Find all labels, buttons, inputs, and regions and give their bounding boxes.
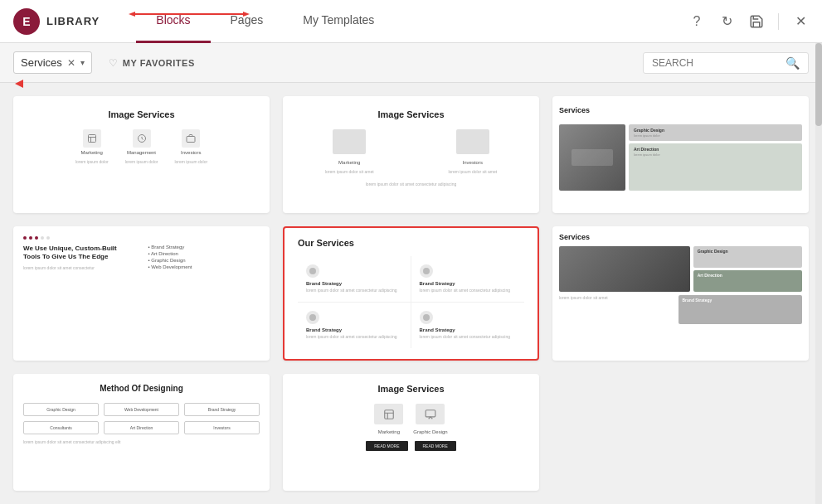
desc-text: lorem ipsum dolor sit amet <box>559 295 675 324</box>
service-icons-row: Marketing lorem ipsum dolor sit amet Inv… <box>296 129 526 175</box>
arrow-annotation <box>129 12 250 17</box>
photo-block-car <box>559 246 690 292</box>
service-grid-item: Brand Strategy lorem ipsum dolor sit ame… <box>298 303 411 348</box>
service-grid-item: Brand Strategy lorem ipsum dolor sit ame… <box>298 256 411 303</box>
help-icon[interactable]: ? <box>688 13 705 30</box>
method-grid: Graphic Design Web Development Brand Str… <box>23 403 260 434</box>
photo-layout: Graphic Design lorem ipsum dolor Art Dir… <box>559 124 802 191</box>
filter-arrow-annotation <box>15 80 25 88</box>
header-actions: ? ↻ ✕ <box>688 13 809 30</box>
divider <box>778 13 779 30</box>
scrollbar-thumb[interactable] <box>815 43 822 126</box>
filter-clear-btn[interactable]: ✕ <box>67 57 75 69</box>
filter-dropdown[interactable]: Services ✕ ▾ <box>13 51 92 74</box>
save-icon[interactable] <box>748 13 765 30</box>
service-grid-item: Brand Strategy lorem ipsum dolor sit ame… <box>411 256 525 303</box>
service-label: Management <box>127 150 156 155</box>
service-label: Marketing <box>338 160 360 165</box>
close-icon[interactable]: ✕ <box>792 13 809 30</box>
card-image-services-1[interactable]: Image Services Marketing lorem ipsum dol… <box>13 96 270 213</box>
svg-rect-3 <box>385 410 394 419</box>
service-item: Investors lorem ipsum dolor sit amet <box>448 129 497 175</box>
card-services-photo[interactable]: Services Graphic Design lorem ipsum dolo… <box>552 96 809 213</box>
photo-side: Graphic Design lorem ipsum dolor Art Dir… <box>629 124 802 191</box>
method-item: Investors <box>184 421 260 434</box>
service-item: Investors lorem ipsum dolor <box>174 129 207 165</box>
photo-block-graphic: Graphic Design <box>693 246 802 268</box>
service-item: Graphic Design <box>413 404 447 434</box>
service-icon <box>182 129 200 148</box>
service-desc: lorem ipsum dolor <box>125 159 158 165</box>
header: E LIBRARY Blocks Pages My Templates ? ↻ … <box>0 0 822 43</box>
search-input[interactable] <box>652 57 781 69</box>
method-item: Graphic Design <box>23 403 99 416</box>
service-item: Marketing <box>374 404 403 434</box>
service-desc: lorem ipsum dolor <box>174 159 207 165</box>
photo-main <box>559 124 625 191</box>
service-label: Marketing <box>378 429 400 434</box>
method-item: Brand Strategy <box>184 403 260 416</box>
cta-buttons-row: READ MORE READ MORE <box>293 441 529 451</box>
filter-value: Services <box>21 56 62 69</box>
card-title: Services <box>559 103 802 118</box>
card-title: Services <box>559 233 802 241</box>
card-image-services-bottom[interactable]: Image Services Marketing Graphic Design <box>283 374 539 491</box>
service-desc: lorem ipsum dolor sit amet <box>325 169 374 175</box>
card-title: Method Of Designing <box>23 384 260 393</box>
service-icon <box>374 404 403 424</box>
image-placeholder <box>456 129 489 154</box>
text-right: • Brand Strategy • Art Direction • Graph… <box>148 245 260 271</box>
service-item: Marketing lorem ipsum dolor <box>75 129 109 165</box>
method-item: Art Direction <box>104 421 179 434</box>
method-item: Web Development <box>104 403 179 416</box>
tab-blocks[interactable]: Blocks <box>136 0 210 43</box>
favorites-label: MY FAVORITES <box>123 58 195 68</box>
method-item: Consultants <box>23 421 99 434</box>
card-title: Image Services <box>293 384 529 394</box>
svg-rect-2 <box>187 137 195 143</box>
card-our-services[interactable]: Our Services Brand Strategy lorem ipsum … <box>283 226 539 361</box>
tab-my-templates[interactable]: My Templates <box>283 0 394 43</box>
service-items-row: Marketing Graphic Design <box>293 404 529 434</box>
service-desc: lorem ipsum dolor sit amet <box>448 169 497 175</box>
photo-top-row: Graphic Design Art Direction <box>559 246 802 292</box>
service-label: Investors <box>463 160 483 165</box>
svg-rect-0 <box>88 135 95 143</box>
library-title: LIBRARY <box>46 15 100 27</box>
service-icon <box>83 129 101 148</box>
logo: E LIBRARY <box>13 8 100 35</box>
service-item: Management lorem ipsum dolor <box>125 129 158 165</box>
tab-pages[interactable]: Pages <box>211 0 284 43</box>
card-method[interactable]: Method Of Designing Graphic Design Web D… <box>13 374 270 491</box>
image-placeholder <box>333 129 366 154</box>
photo-item: Art Direction lorem ipsum dolor <box>629 143 802 191</box>
service-icon <box>416 404 445 424</box>
heart-icon: ♡ <box>109 57 118 69</box>
service-icon <box>133 129 151 148</box>
card-services-photo-2[interactable]: Services Graphic Design Art Direction lo… <box>552 226 809 361</box>
photo-block-art: Art Direction <box>693 270 802 292</box>
card-title: Our Services <box>298 238 524 248</box>
dots-row <box>23 236 260 240</box>
service-icons-row: Marketing lorem ipsum dolor Management l… <box>27 129 256 165</box>
search-container: 🔍 <box>643 52 809 74</box>
read-more-btn-1[interactable]: READ MORE <box>366 441 407 451</box>
nav-tabs: Blocks Pages My Templates <box>136 0 394 42</box>
card-text-list[interactable]: We Use Unique, Custom-Built Tools To Giv… <box>13 226 270 361</box>
refresh-icon[interactable]: ↻ <box>718 13 735 30</box>
photo-bottom-row: lorem ipsum dolor sit amet Brand Strateg… <box>559 295 802 324</box>
service-grid-item: Brand Strategy lorem ipsum dolor sit ame… <box>411 303 525 348</box>
favorites-button[interactable]: ♡ MY FAVORITES <box>102 54 202 72</box>
read-more-btn-2[interactable]: READ MORE <box>415 441 456 451</box>
photo-item: Graphic Design lorem ipsum dolor <box>629 124 802 141</box>
service-label: Marketing <box>81 150 103 155</box>
card-image-services-2[interactable]: Image Services Marketing lorem ipsum dol… <box>283 96 539 213</box>
method-desc: lorem ipsum dolor sit amet consectetur a… <box>23 439 260 445</box>
photo-col: Graphic Design Art Direction <box>693 246 802 292</box>
search-icon: 🔍 <box>786 56 800 70</box>
svg-rect-4 <box>426 410 435 416</box>
service-label: Investors <box>181 150 201 155</box>
cards-grid: Image Services Marketing lorem ipsum dol… <box>0 83 822 504</box>
card-desc: lorem ipsum dolor sit amet consectetur a… <box>296 182 526 187</box>
scrollbar-track[interactable] <box>815 43 822 504</box>
